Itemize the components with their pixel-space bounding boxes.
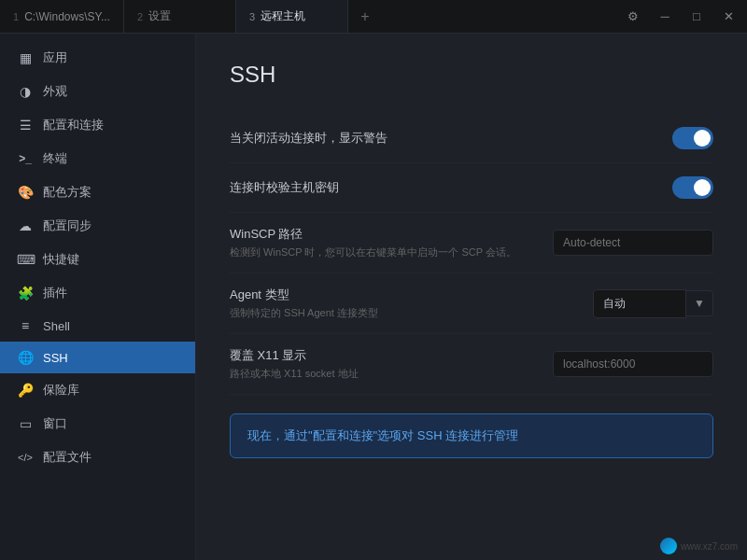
agent-type-chevron[interactable]: ▼ [686, 290, 713, 316]
setting-warn-close: 当关闭活动连接时，显示警告 [230, 114, 713, 163]
setting-verify-host: 连接时校验主机密钥 [230, 163, 713, 213]
minimize-button[interactable]: ─ [650, 2, 680, 32]
sidebar-label-window: 窗口 [43, 415, 67, 432]
sidebar-item-profiles[interactable]: ☰ 配置和连接 [0, 108, 195, 142]
desc-text-winscp: 检测到 WinSCP 时，您可以在右键菜单中启动一个 SCP 会话。 [230, 245, 516, 259]
agent-type-select-wrap: 自动 ▼ [593, 289, 713, 318]
main-layout: ▦ 应用 ◑ 外观 ☰ 配置和连接 >_ 终端 🎨 配色方案 ☁ 配置同步 ⌨ … [0, 34, 747, 560]
gear-button[interactable]: ⚙ [618, 2, 648, 32]
label-text-agent: Agent 类型 [230, 287, 378, 303]
shortcuts-icon: ⌨ [17, 252, 34, 267]
sidebar-item-colorscheme[interactable]: 🎨 配色方案 [0, 175, 195, 209]
sidebar-label-colorscheme: 配色方案 [43, 184, 92, 201]
tab-remote[interactable]: 3 远程主机 [236, 0, 348, 33]
appearance-icon: ◑ [17, 84, 34, 99]
configfile-icon: </> [17, 452, 34, 463]
setting-x11: 覆盖 X11 显示 路径或本地 X11 socket 地址 [230, 334, 713, 395]
sidebar-item-shell[interactable]: ≡ Shell [0, 310, 195, 342]
tab-num-1: 1 [13, 11, 19, 22]
close-button[interactable]: ✕ [713, 2, 743, 32]
sidebar: ▦ 应用 ◑ 外观 ☰ 配置和连接 >_ 终端 🎨 配色方案 ☁ 配置同步 ⌨ … [0, 34, 196, 560]
setting-agent-type: Agent 类型 强制特定的 SSH Agent 连接类型 自动 ▼ [230, 273, 713, 334]
sync-icon: ☁ [17, 218, 34, 233]
x11-display-input[interactable] [553, 351, 713, 377]
tab-settings[interactable]: 2 设置 [124, 0, 236, 33]
sidebar-item-window[interactable]: ▭ 窗口 [0, 407, 195, 441]
sidebar-label-terminal: 终端 [43, 150, 67, 167]
shell-icon: ≡ [17, 318, 34, 333]
info-box: 现在，通过"配置和连接"选项对 SSH 连接进行管理 [230, 413, 713, 458]
tab-label-2: 设置 [148, 8, 171, 24]
tab-label-1: C:\Windows\SY... [24, 10, 110, 23]
setting-label-verify-host: 连接时校验主机密钥 [230, 179, 339, 196]
sidebar-label-configfile: 配置文件 [43, 449, 92, 466]
title-bar: 1 C:\Windows\SY... 2 设置 3 远程主机 + ⚙ ─ □ ✕ [0, 0, 747, 34]
sidebar-item-terminal[interactable]: >_ 终端 [0, 142, 195, 175]
sidebar-label-shell: Shell [43, 319, 70, 333]
sidebar-label-apps: 应用 [43, 49, 67, 66]
sidebar-label-plugins: 插件 [43, 285, 67, 301]
agent-type-select[interactable]: 自动 [593, 289, 686, 318]
sidebar-item-vault[interactable]: 🔑 保险库 [0, 373, 195, 407]
sidebar-item-configfile[interactable]: </> 配置文件 [0, 441, 195, 474]
sidebar-item-ssh[interactable]: 🌐 SSH [0, 342, 195, 373]
page-title: SSH [230, 62, 713, 88]
watermark: www.xz7.com [660, 538, 738, 554]
apps-icon: ▦ [17, 50, 34, 65]
sidebar-label-sync: 配置同步 [43, 217, 92, 234]
label-text-winscp: WinSCP 路径 [230, 226, 516, 243]
desc-text-agent: 强制特定的 SSH Agent 连接类型 [230, 306, 378, 320]
label-text-warn-close: 当关闭活动连接时，显示警告 [230, 130, 388, 147]
window-icon: ▭ [17, 416, 34, 431]
vault-icon: 🔑 [17, 383, 34, 398]
setting-label-agent: Agent 类型 强制特定的 SSH Agent 连接类型 [230, 287, 378, 320]
tab-num-2: 2 [137, 11, 143, 22]
winscp-path-input[interactable] [553, 230, 713, 256]
tab-label-3: 远程主机 [261, 8, 305, 24]
colorscheme-icon: 🎨 [17, 185, 34, 200]
terminal-icon: >_ [17, 152, 34, 165]
sidebar-label-vault: 保险库 [43, 382, 79, 399]
toggle-verify-host[interactable] [672, 176, 713, 199]
sidebar-label-profiles: 配置和连接 [43, 117, 104, 133]
setting-label-winscp: WinSCP 路径 检测到 WinSCP 时，您可以在右键菜单中启动一个 SCP… [230, 226, 516, 259]
sidebar-item-shortcuts[interactable]: ⌨ 快捷键 [0, 243, 195, 276]
label-text-verify-host: 连接时校验主机密钥 [230, 179, 339, 196]
label-text-x11: 覆盖 X11 显示 [230, 347, 359, 364]
tab-cmd[interactable]: 1 C:\Windows\SY... [0, 0, 124, 33]
sidebar-item-appearance[interactable]: ◑ 外观 [0, 75, 195, 108]
window-controls: ⚙ ─ □ ✕ [618, 2, 747, 32]
setting-label-x11: 覆盖 X11 显示 路径或本地 X11 socket 地址 [230, 347, 359, 381]
tab-num-3: 3 [249, 11, 255, 22]
watermark-site: www.xz7.com [681, 541, 738, 552]
profiles-icon: ☰ [17, 118, 34, 133]
setting-label-warn-close: 当关闭活动连接时，显示警告 [230, 130, 388, 147]
main-content: SSH 当关闭活动连接时，显示警告 连接时校验主机密钥 WinSCP 路径 检测… [196, 34, 747, 560]
plugins-icon: 🧩 [17, 286, 34, 301]
sidebar-item-plugins[interactable]: 🧩 插件 [0, 276, 195, 310]
ssh-icon: 🌐 [17, 350, 34, 365]
maximize-button[interactable]: □ [682, 2, 712, 32]
sidebar-item-sync[interactable]: ☁ 配置同步 [0, 209, 195, 243]
desc-text-x11: 路径或本地 X11 socket 地址 [230, 367, 359, 381]
sidebar-label-shortcuts: 快捷键 [43, 251, 79, 268]
sidebar-label-appearance: 外观 [43, 83, 67, 100]
sidebar-item-apps[interactable]: ▦ 应用 [0, 41, 195, 75]
sidebar-label-ssh: SSH [43, 351, 68, 365]
new-tab-button[interactable]: + [348, 0, 382, 33]
toggle-warn-close[interactable] [672, 127, 713, 149]
watermark-logo [660, 538, 677, 554]
setting-winscp: WinSCP 路径 检测到 WinSCP 时，您可以在右键菜单中启动一个 SCP… [230, 213, 713, 273]
